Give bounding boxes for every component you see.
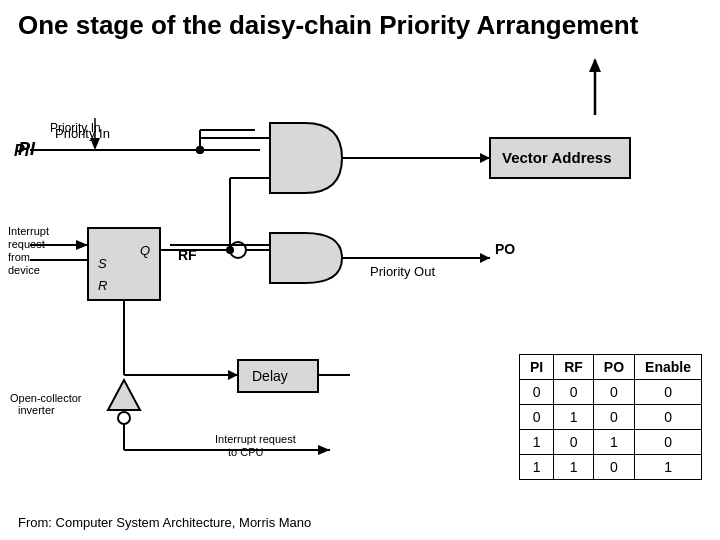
svg-marker-58 bbox=[90, 138, 100, 150]
table-row: 0000 bbox=[519, 380, 701, 405]
table-cell: 1 bbox=[519, 455, 553, 480]
svg-text:from: from bbox=[8, 251, 30, 263]
svg-text:R: R bbox=[98, 278, 107, 293]
svg-marker-41 bbox=[108, 380, 140, 410]
page: One stage of the daisy-chain Priority Ar… bbox=[0, 0, 720, 540]
table-row: 1101 bbox=[519, 455, 701, 480]
svg-text:to CPU: to CPU bbox=[228, 446, 264, 458]
page-title: One stage of the daisy-chain Priority Ar… bbox=[18, 10, 702, 41]
table-cell: 0 bbox=[519, 405, 553, 430]
table-cell: 1 bbox=[519, 430, 553, 455]
table-cell: 0 bbox=[554, 430, 594, 455]
table-cell: 1 bbox=[635, 455, 702, 480]
table-cell: 0 bbox=[519, 380, 553, 405]
svg-marker-52 bbox=[318, 445, 330, 455]
vector-address-label: Vector Address bbox=[502, 149, 612, 166]
svg-text:Priority In: Priority In bbox=[50, 121, 101, 135]
col-header-po: PO bbox=[593, 355, 634, 380]
table-cell: 0 bbox=[554, 380, 594, 405]
col-header-enable: Enable bbox=[635, 355, 702, 380]
table-cell: 1 bbox=[554, 455, 594, 480]
svg-text:device: device bbox=[8, 264, 40, 276]
svg-marker-47 bbox=[228, 370, 238, 380]
svg-marker-31 bbox=[589, 58, 601, 72]
svg-text:Interrupt: Interrupt bbox=[8, 225, 49, 237]
from-text: From: Computer System Architecture, Morr… bbox=[18, 515, 311, 530]
priority-out-label: Priority Out bbox=[370, 264, 435, 279]
po-label: PO bbox=[495, 241, 515, 257]
svg-text:Interrupt request: Interrupt request bbox=[215, 433, 296, 445]
svg-text:Q: Q bbox=[140, 243, 150, 258]
table-cell: 0 bbox=[593, 380, 634, 405]
svg-marker-29 bbox=[480, 253, 490, 263]
table-cell: 0 bbox=[635, 405, 702, 430]
col-header-pi: PI bbox=[519, 355, 553, 380]
svg-point-22 bbox=[226, 246, 234, 254]
table-cell: 0 bbox=[593, 405, 634, 430]
col-header-rf: RF bbox=[554, 355, 594, 380]
svg-text:inverter: inverter bbox=[18, 404, 55, 416]
table-row: 1010 bbox=[519, 430, 701, 455]
svg-marker-26 bbox=[480, 153, 490, 163]
delay-label: Delay bbox=[252, 368, 288, 384]
table-cell: 1 bbox=[593, 430, 634, 455]
svg-text:PI: PI bbox=[14, 142, 30, 159]
svg-text:Open-collector: Open-collector bbox=[10, 392, 82, 404]
truth-table: PI RF PO Enable 0000010010101101 bbox=[519, 354, 702, 480]
table-cell: 0 bbox=[635, 380, 702, 405]
table-cell: 0 bbox=[593, 455, 634, 480]
svg-point-42 bbox=[118, 412, 130, 424]
table-row: 0100 bbox=[519, 405, 701, 430]
table-cell: 1 bbox=[554, 405, 594, 430]
svg-marker-38 bbox=[76, 240, 88, 250]
table-cell: 0 bbox=[635, 430, 702, 455]
svg-text:S: S bbox=[98, 256, 107, 271]
